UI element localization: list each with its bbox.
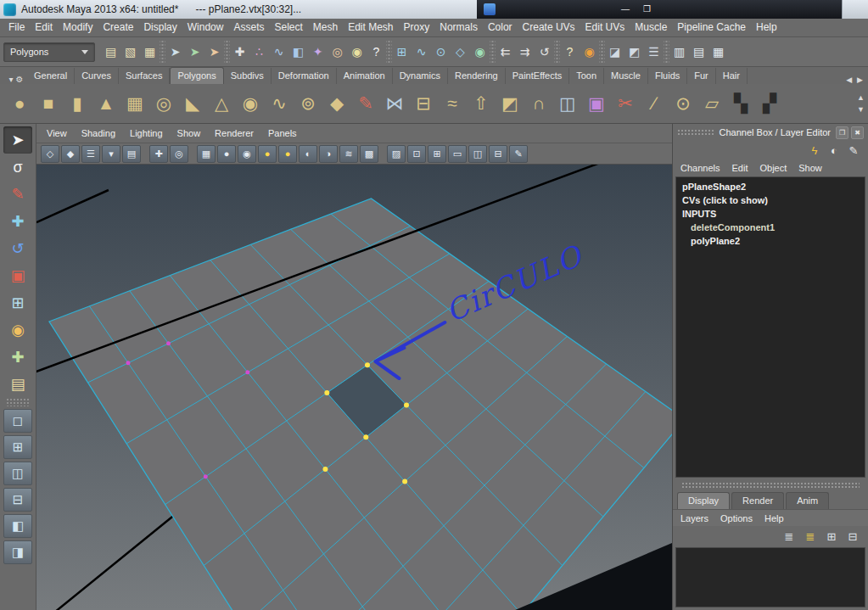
manipulator-display-icon[interactable]: ϟ	[807, 143, 822, 158]
menubar-item[interactable]: Modify	[58, 19, 98, 36]
poly-cone-icon[interactable]: ▲	[92, 86, 120, 121]
shelf-tab-selector-icon[interactable]: ▾	[9, 75, 14, 84]
last-tool-icon[interactable]: ▤	[3, 371, 32, 398]
safe-action-icon[interactable]: ⊟	[489, 145, 507, 163]
bevel-icon[interactable]: ◩	[496, 86, 524, 121]
viewport-toolbar-icon[interactable]	[380, 146, 385, 162]
attribute-editor-toggle-icon[interactable]: ▥	[669, 42, 689, 62]
shelf-tab[interactable]: Fluids	[648, 68, 687, 84]
mask-dynamics-icon[interactable]: ◎	[328, 42, 347, 62]
viewport-canvas[interactable]: CirCULO	[36, 165, 672, 610]
shelf-tab-prev-icon[interactable]: ◀	[846, 76, 852, 84]
shelf-tab[interactable]: Hair	[716, 68, 748, 84]
channel-box-toggle-icon[interactable]: ▦	[708, 42, 728, 62]
poly-pyramid-icon[interactable]: △	[207, 86, 236, 121]
shelf-tab[interactable]: Fur	[687, 68, 716, 84]
mask-handles-icon[interactable]: ✚	[230, 42, 249, 62]
menubar-item[interactable]: Window	[182, 19, 229, 36]
file-open-icon[interactable]: ▧	[120, 42, 140, 62]
channel-list-item[interactable]: INPUTS	[676, 207, 865, 221]
universal-manipulator-icon[interactable]: ⊞	[3, 289, 32, 316]
minimize-icon[interactable]: —	[621, 0, 630, 19]
bridge-icon[interactable]: ∩	[524, 86, 553, 121]
layout-four-view-icon[interactable]: ⊞	[3, 435, 32, 459]
poly-soccerball-icon[interactable]: ⊚	[294, 86, 322, 121]
snap-grid-icon[interactable]: ⊞	[392, 42, 412, 62]
lock-camera-icon[interactable]: ◆	[61, 145, 80, 163]
viewport-menu-item[interactable]: Lighting	[130, 128, 163, 138]
layout-hypershade-icon[interactable]: ◧	[3, 514, 32, 538]
snap-curve-icon[interactable]: ∿	[412, 42, 431, 62]
tool-icon[interactable]	[6, 398, 30, 406]
shelf-tab[interactable]: Rendering	[448, 68, 506, 84]
mask-deformations-icon[interactable]: ✦	[308, 42, 328, 62]
file-save-icon[interactable]: ▦	[140, 42, 160, 62]
panel-drag-grip[interactable]	[677, 129, 714, 136]
menubar-item[interactable]: Assets	[228, 19, 269, 36]
panel-float-icon[interactable]: ❐	[836, 126, 848, 139]
menubar-item[interactable]: Pipeline Cache	[672, 19, 751, 36]
lasso-tool-icon[interactable]: σ	[3, 154, 32, 181]
shelf-tab[interactable]: PaintEffects	[506, 68, 570, 84]
status-icon[interactable]	[554, 41, 560, 63]
menubar-item[interactable]: Help	[751, 19, 782, 36]
shelf-tab[interactable]: Dynamics	[393, 68, 448, 84]
resolution-gate-icon[interactable]: ▭	[448, 145, 467, 163]
layer-editor-menu-item[interactable]: Layers	[680, 513, 708, 523]
render-current-frame-icon[interactable]: ◪	[605, 42, 624, 62]
tool-settings-toggle-icon[interactable]: ▤	[689, 42, 708, 62]
menu-set-selector[interactable]: Polygons	[3, 42, 95, 62]
poly-pipe-icon[interactable]: ◉	[236, 86, 265, 121]
output-connections-icon[interactable]: ⇉	[515, 42, 535, 62]
image-plane-icon[interactable]: ▤	[122, 145, 141, 163]
poly-sphere-icon[interactable]: ●	[5, 86, 34, 121]
menubar-item[interactable]: Display	[138, 19, 182, 36]
shadows-icon[interactable]: ◐	[299, 145, 317, 163]
select-hierarchy-icon[interactable]: ➤	[165, 42, 185, 62]
layer-editor-tab[interactable]: Display	[677, 492, 730, 509]
shelf-tab[interactable]: Polygons	[170, 67, 223, 84]
cut-faces-icon[interactable]: ✂	[611, 86, 640, 121]
shelf-tab[interactable]: Surfaces	[119, 68, 170, 84]
poly-platonic-icon[interactable]: ◆	[322, 86, 351, 121]
viewport-menu-item[interactable]: View	[47, 128, 67, 138]
shaded-icon[interactable]: ●	[217, 145, 236, 163]
channel-list-item[interactable]: polyPlane2	[676, 234, 865, 248]
menubar-item[interactable]: Edit UVs	[580, 19, 630, 36]
poly-cylinder-icon[interactable]: ▮	[63, 86, 92, 121]
restore-icon[interactable]: ❐	[643, 0, 651, 19]
xray-icon[interactable]: ▨	[387, 145, 406, 163]
status-icon[interactable]	[599, 41, 605, 63]
menubar-item[interactable]: Normals	[434, 19, 483, 36]
shelf-tab[interactable]: Toon	[569, 68, 604, 84]
menubar-item[interactable]: Color	[483, 19, 518, 36]
new-empty-layer-icon[interactable]: ⊞	[823, 529, 840, 545]
show-manipulator-icon[interactable]: ✚	[3, 344, 32, 371]
mask-misc-icon[interactable]: ?	[367, 42, 386, 62]
mask-curves-icon[interactable]: ∿	[269, 42, 288, 62]
menubar-item[interactable]: Select	[269, 19, 307, 36]
menubar-item[interactable]: Create UVs	[518, 19, 580, 36]
status-icon[interactable]	[224, 41, 230, 63]
paint-select-tool-icon[interactable]: ✎	[3, 181, 32, 208]
shelf-tab[interactable]: Muscle	[604, 68, 648, 84]
textured-icon[interactable]: ◉	[238, 145, 256, 163]
split-polygon-icon[interactable]: ∕	[640, 86, 669, 121]
layout-single-pane-icon[interactable]: ◻	[3, 409, 32, 433]
isolate-select-icon[interactable]: ⊡	[407, 145, 426, 163]
motion-blur-icon[interactable]: ≋	[339, 145, 358, 163]
multisample-icon[interactable]: ▩	[360, 145, 378, 163]
channel-box-menu-item[interactable]: Channels	[680, 163, 720, 173]
shelf-tab[interactable]: Animation	[337, 68, 393, 84]
quad-draw-icon[interactable]: ▱	[697, 86, 726, 121]
viewport-menu-item[interactable]: Shading	[81, 128, 115, 138]
checker-flag-icon[interactable]: ▚	[726, 86, 755, 121]
grease-pencil-icon[interactable]: ✎	[509, 145, 528, 163]
two-d-pan-zoom-icon[interactable]: ✚	[149, 145, 168, 163]
channel-box-menu-item[interactable]: Edit	[731, 163, 748, 173]
layer-editor-grip[interactable]	[681, 482, 860, 490]
snap-point-icon[interactable]: ⊙	[431, 42, 451, 62]
layer-editor-menu-item[interactable]: Options	[720, 513, 753, 523]
channel-list-item[interactable]: CVs (click to show)	[676, 193, 865, 207]
camera-attributes-icon[interactable]: ☰	[81, 145, 100, 163]
